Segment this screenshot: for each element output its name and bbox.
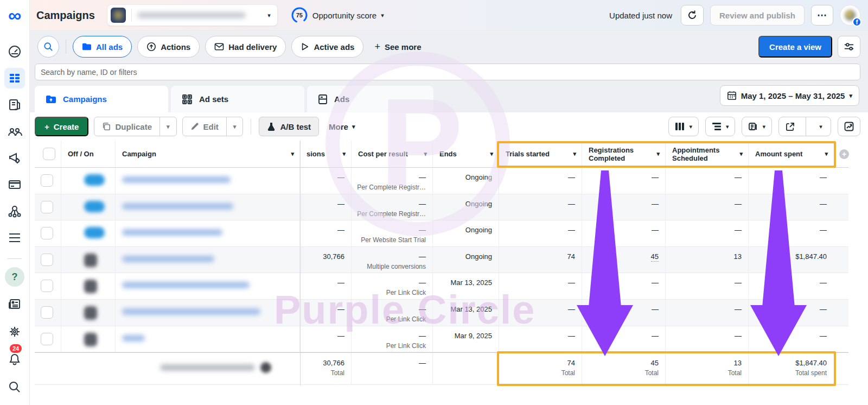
review-publish-button[interactable]: Review and publish — [710, 5, 805, 26]
add-column-button[interactable]: + — [839, 149, 849, 159]
campaign-name-cell[interactable] — [116, 194, 300, 220]
header-appointments-scheduled[interactable]: Appointments Scheduled▾ — [666, 141, 749, 167]
select-all-checkbox[interactable] — [43, 148, 55, 160]
campaign-toggle[interactable] — [84, 254, 97, 267]
export-dropdown[interactable]: ▾ — [811, 123, 831, 130]
export-button[interactable]: ▾ — [778, 117, 831, 136]
row-checkbox[interactable] — [41, 227, 53, 239]
more-options-button[interactable]: ⋯ — [811, 5, 833, 26]
tab-ad-sets[interactable]: Ad sets — [171, 86, 304, 112]
header-impressions-truncated[interactable]: sions▾ — [300, 141, 352, 167]
opportunity-score[interactable]: 75 Opportunity score ▾ — [291, 7, 384, 24]
campaign-name-cell[interactable] — [116, 326, 300, 352]
cell-trials-started: — — [499, 326, 582, 352]
row-toggle-cell — [61, 168, 116, 194]
export-icon — [786, 122, 795, 131]
ad-account-selector[interactable]: ▾ — [107, 4, 278, 26]
campaign-toggle[interactable] — [84, 333, 97, 346]
table-row: ——Per Link ClickMar 13, 2025———— — [35, 273, 848, 300]
cell-registrations-completed: — — [582, 273, 666, 299]
campaign-name-blurred — [122, 176, 231, 183]
help-icon[interactable]: ? — [5, 267, 24, 287]
profile-avatar[interactable]: f — [840, 5, 860, 26]
opportunity-score-gauge: 75 — [291, 7, 308, 24]
filter-pill-actions[interactable]: Actions — [137, 36, 200, 58]
tabs-row: Campaigns Ad sets Ads May 1, 2025 – May … — [35, 80, 860, 112]
row-toggle-cell — [61, 300, 116, 326]
row-checkbox[interactable] — [41, 306, 53, 319]
cell-appointments-scheduled: — — [666, 168, 749, 194]
row-checkbox-cell — [35, 168, 61, 194]
row-checkbox[interactable] — [41, 201, 53, 213]
row-checkbox[interactable] — [41, 174, 53, 187]
columns-button[interactable]: ▾ — [668, 117, 699, 136]
export-segment[interactable] — [779, 122, 801, 131]
campaign-name-cell[interactable] — [116, 300, 300, 326]
ads-reporting-icon[interactable] — [4, 94, 25, 115]
edit-button[interactable]: Edit — [183, 117, 226, 136]
refresh-button[interactable] — [681, 5, 704, 26]
billing-icon[interactable] — [4, 174, 25, 195]
duplicate-button[interactable]: Duplicate — [94, 117, 159, 136]
audiences-icon[interactable] — [4, 121, 25, 142]
filter-settings-button[interactable] — [838, 36, 860, 58]
row-checkbox[interactable] — [41, 254, 53, 266]
campaigns-nav-icon[interactable] — [4, 68, 25, 88]
filter-pill-active-ads[interactable]: Active ads — [291, 36, 363, 58]
create-view-button[interactable]: Create a view — [758, 36, 832, 58]
campaign-toggle[interactable] — [84, 280, 97, 293]
calendar-icon — [727, 91, 737, 100]
cell-appointments-scheduled: — — [666, 273, 749, 299]
advertise-megaphone-icon[interactable] — [4, 148, 25, 168]
campaign-name-cell[interactable] — [116, 273, 300, 299]
campaign-toggle[interactable] — [84, 306, 97, 320]
settings-gear-icon[interactable] — [4, 321, 25, 342]
breakdown-icon — [712, 122, 722, 131]
campaign-name-cell[interactable] — [116, 168, 300, 194]
charts-button[interactable] — [838, 117, 860, 136]
campaign-name-blurred — [122, 256, 214, 262]
events-manager-icon[interactable] — [4, 201, 25, 222]
header-trials-started[interactable]: Trials started▾ — [499, 141, 582, 167]
cell-trials-started: — — [499, 300, 582, 326]
campaign-toggle[interactable] — [84, 227, 105, 238]
filter-search-button[interactable] — [37, 36, 59, 58]
campaign-name-cell[interactable] — [116, 247, 300, 273]
breakdown-button[interactable]: ▾ — [705, 117, 736, 136]
header-ends[interactable]: Ends▾ — [433, 141, 499, 167]
notification-badge: 24 — [10, 344, 22, 353]
duplicate-dropdown[interactable]: ▾ — [159, 117, 176, 136]
updates-news-icon[interactable] — [4, 294, 25, 314]
campaign-toggle[interactable] — [84, 174, 105, 186]
frozen-column-edge — [300, 141, 301, 385]
tab-ads[interactable]: Ads — [307, 86, 433, 112]
account-overview-icon[interactable] — [4, 41, 25, 62]
notifications-bell-icon[interactable]: 24 — [4, 349, 25, 370]
filter-pill-all-ads[interactable]: All ads — [73, 36, 132, 58]
header-registrations-completed[interactable]: Registrations Completed▾ — [582, 141, 666, 167]
header-cost-per-result[interactable]: Cost per result▾ — [352, 141, 433, 167]
reports-button[interactable]: ▾ — [742, 117, 772, 136]
tab-campaigns[interactable]: Campaigns — [35, 86, 168, 112]
row-checkbox[interactable] — [41, 333, 53, 345]
header-amount-spent[interactable]: Amount spent▾ — [749, 141, 834, 167]
sidebar-search-icon[interactable] — [4, 377, 25, 397]
filter-pill-had-delivery[interactable]: Had delivery — [205, 36, 286, 58]
see-more-filters[interactable]: + See more — [369, 41, 426, 53]
date-range-selector[interactable]: May 1, 2025 – May 31, 2025 ▾ — [720, 85, 859, 106]
meta-logo-icon[interactable]: ∞ — [8, 5, 21, 25]
ab-test-button[interactable]: A/B test — [259, 117, 319, 136]
campaign-toggle[interactable] — [84, 201, 105, 212]
header-select-all[interactable] — [35, 141, 61, 167]
search-input[interactable] — [41, 68, 854, 77]
header-campaign[interactable]: Campaign▾ — [116, 141, 300, 167]
all-tools-menu-icon[interactable] — [4, 227, 25, 248]
more-actions-button[interactable]: More▾ — [324, 117, 359, 136]
updated-status: Updated just now — [609, 11, 672, 20]
table-search[interactable] — [35, 64, 860, 80]
row-checkbox[interactable] — [41, 280, 53, 292]
create-campaign-button[interactable]: +Create — [35, 117, 88, 136]
info-icon — [260, 362, 271, 373]
edit-dropdown[interactable]: ▾ — [226, 117, 243, 136]
campaign-name-cell[interactable] — [116, 220, 300, 246]
